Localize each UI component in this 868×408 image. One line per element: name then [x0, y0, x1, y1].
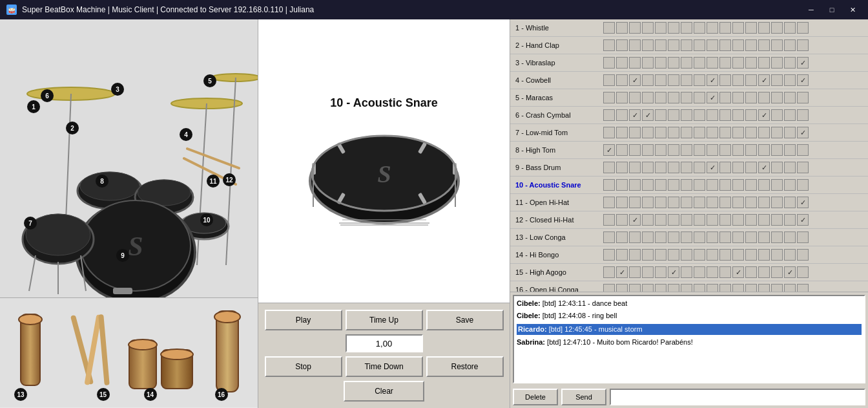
beat-cell-16-3[interactable]	[642, 284, 654, 292]
beat-cell-13-1[interactable]	[616, 231, 628, 243]
beat-cell-10-1[interactable]	[616, 179, 628, 191]
beat-cell-5-15[interactable]	[797, 92, 809, 103]
beat-cell-14-6[interactable]	[681, 249, 692, 261]
beat-cell-13-3[interactable]	[642, 231, 654, 243]
beat-cell-15-4[interactable]	[655, 266, 666, 278]
beat-cell-5-4[interactable]	[655, 92, 666, 103]
beat-cell-14-3[interactable]	[642, 249, 654, 261]
badge-1[interactable]: 1	[27, 100, 40, 113]
beat-cell-11-12[interactable]	[758, 197, 770, 208]
beat-cell-3-13[interactable]	[771, 57, 783, 69]
beat-cell-9-6[interactable]	[681, 162, 692, 173]
beat-cell-9-2[interactable]	[629, 162, 641, 173]
row-label-15[interactable]: 15 - High Agogo	[510, 268, 601, 276]
beat-cell-14-7[interactable]	[694, 249, 705, 261]
beat-cell-14-14[interactable]	[784, 249, 796, 261]
row-label-10[interactable]: 10 - Acoustic Snare	[510, 181, 601, 189]
beat-cell-5-10[interactable]	[732, 92, 744, 103]
beat-cell-14-13[interactable]	[771, 249, 783, 261]
beat-cell-12-12[interactable]	[758, 214, 770, 226]
beat-cell-10-3[interactable]	[642, 179, 654, 191]
beat-cell-7-0[interactable]	[603, 127, 615, 138]
beat-cell-15-8[interactable]	[707, 266, 718, 278]
beat-cell-11-5[interactable]	[668, 197, 679, 208]
beat-cell-5-11[interactable]	[745, 92, 757, 103]
beat-cell-13-6[interactable]	[681, 231, 692, 243]
beat-cell-11-1[interactable]	[616, 197, 628, 208]
beat-cell-12-3[interactable]	[642, 214, 654, 226]
beat-cell-15-5[interactable]	[668, 266, 679, 278]
beat-cell-8-1[interactable]	[616, 144, 628, 156]
beat-cell-8-10[interactable]	[732, 144, 744, 156]
beat-cell-6-14[interactable]	[784, 109, 796, 121]
beat-cell-10-7[interactable]	[694, 179, 705, 191]
beat-cell-7-8[interactable]	[707, 127, 718, 138]
beat-cell-10-0[interactable]	[603, 179, 615, 191]
row-label-6[interactable]: 6 - Crash Cymbal	[510, 111, 601, 119]
beat-cell-3-8[interactable]	[707, 57, 718, 69]
row-label-1[interactable]: 1 - Whistle	[510, 24, 601, 32]
beat-cell-1-13[interactable]	[771, 22, 783, 34]
beat-cell-9-10[interactable]	[732, 162, 744, 173]
beat-cell-15-1[interactable]	[616, 266, 628, 278]
beat-cell-11-13[interactable]	[771, 197, 783, 208]
beat-cell-1-1[interactable]	[616, 22, 628, 34]
beat-cell-7-10[interactable]	[732, 127, 744, 138]
beat-cell-6-12[interactable]	[758, 109, 770, 121]
beat-cell-2-4[interactable]	[655, 39, 666, 51]
beat-cell-16-13[interactable]	[771, 284, 783, 292]
chat-input[interactable]	[610, 389, 865, 405]
beat-cell-15-10[interactable]	[732, 266, 744, 278]
beat-cell-2-11[interactable]	[745, 39, 757, 51]
beat-cell-5-5[interactable]	[668, 92, 679, 103]
beat-cell-13-7[interactable]	[694, 231, 705, 243]
beat-cell-6-5[interactable]	[668, 109, 679, 121]
row-label-9[interactable]: 9 - Bass Drum	[510, 164, 601, 171]
stop-button[interactable]: Stop	[265, 356, 342, 377]
beat-cell-7-15[interactable]	[797, 127, 809, 138]
beat-cell-5-12[interactable]	[758, 92, 770, 103]
badge-2[interactable]: 2	[66, 122, 79, 134]
beat-cell-6-2[interactable]	[629, 109, 641, 121]
beat-cell-1-0[interactable]	[603, 22, 615, 34]
beat-cell-7-6[interactable]	[681, 127, 692, 138]
beat-cell-8-5[interactable]	[668, 144, 679, 156]
beat-cell-9-3[interactable]	[642, 162, 654, 173]
row-label-8[interactable]: 8 - High Tom	[510, 146, 601, 154]
beat-cell-12-7[interactable]	[694, 214, 705, 226]
beat-cell-12-9[interactable]	[719, 214, 731, 226]
beat-cell-16-15[interactable]	[797, 284, 809, 292]
beat-cell-5-13[interactable]	[771, 92, 783, 103]
beat-cell-1-11[interactable]	[745, 22, 757, 34]
beat-cell-6-15[interactable]	[797, 109, 809, 121]
beat-cell-1-12[interactable]	[758, 22, 770, 34]
beat-cell-1-14[interactable]	[784, 22, 796, 34]
beat-cell-16-12[interactable]	[758, 284, 770, 292]
beat-cell-9-1[interactable]	[616, 162, 628, 173]
beat-cell-7-7[interactable]	[694, 127, 705, 138]
badge-6[interactable]: 6	[41, 89, 54, 102]
beat-cell-2-13[interactable]	[771, 39, 783, 51]
beat-cell-4-9[interactable]	[719, 74, 731, 86]
badge-12[interactable]: 12	[223, 173, 236, 186]
badge-5[interactable]: 5	[203, 74, 216, 87]
beat-cell-15-0[interactable]	[603, 266, 615, 278]
beat-cell-12-11[interactable]	[745, 214, 757, 226]
beat-cell-6-4[interactable]	[655, 109, 666, 121]
beat-cell-11-4[interactable]	[655, 197, 666, 208]
beat-cell-2-8[interactable]	[707, 39, 718, 51]
beat-cell-1-2[interactable]	[629, 22, 641, 34]
beat-cell-4-6[interactable]	[681, 74, 692, 86]
beat-cell-13-4[interactable]	[655, 231, 666, 243]
beat-cell-12-8[interactable]	[707, 214, 718, 226]
beat-cell-12-6[interactable]	[681, 214, 692, 226]
beat-cell-4-2[interactable]	[629, 74, 641, 86]
beat-cell-11-3[interactable]	[642, 197, 654, 208]
beat-cell-4-8[interactable]	[707, 74, 718, 86]
beat-cell-5-9[interactable]	[719, 92, 731, 103]
beat-cell-2-15[interactable]	[797, 39, 809, 51]
beat-cell-5-3[interactable]	[642, 92, 654, 103]
beat-cell-10-12[interactable]	[758, 179, 770, 191]
beat-cell-15-3[interactable]	[642, 266, 654, 278]
minimize-button[interactable]: ─	[802, 3, 820, 16]
